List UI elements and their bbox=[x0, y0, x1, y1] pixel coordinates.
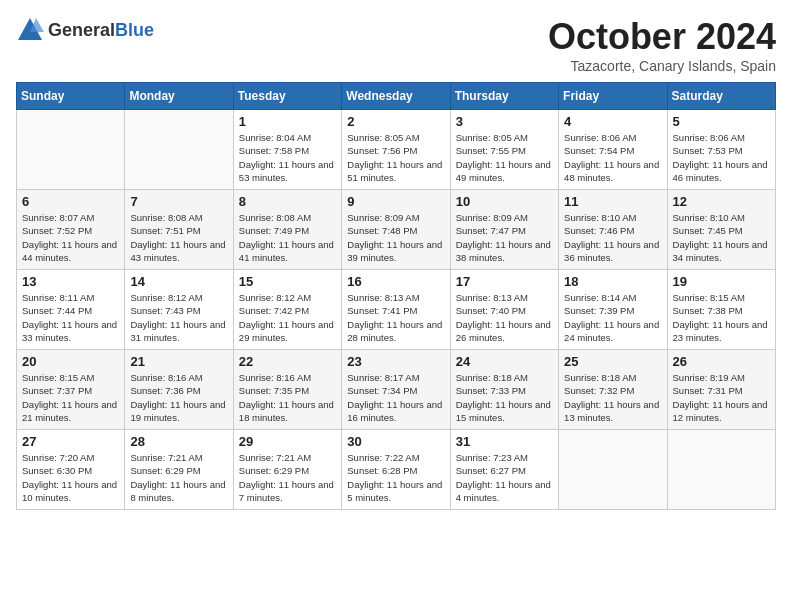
calendar-cell: 21Sunrise: 8:16 AM Sunset: 7:36 PM Dayli… bbox=[125, 350, 233, 430]
calendar-cell: 9Sunrise: 8:09 AM Sunset: 7:48 PM Daylig… bbox=[342, 190, 450, 270]
calendar-week-row: 13Sunrise: 8:11 AM Sunset: 7:44 PM Dayli… bbox=[17, 270, 776, 350]
calendar-week-row: 1Sunrise: 8:04 AM Sunset: 7:58 PM Daylig… bbox=[17, 110, 776, 190]
day-number: 3 bbox=[456, 114, 553, 129]
calendar-cell: 8Sunrise: 8:08 AM Sunset: 7:49 PM Daylig… bbox=[233, 190, 341, 270]
calendar-cell: 26Sunrise: 8:19 AM Sunset: 7:31 PM Dayli… bbox=[667, 350, 775, 430]
title-block: October 2024 Tazacorte, Canary Islands, … bbox=[548, 16, 776, 74]
calendar-cell: 20Sunrise: 8:15 AM Sunset: 7:37 PM Dayli… bbox=[17, 350, 125, 430]
day-of-week-header: Thursday bbox=[450, 83, 558, 110]
calendar-cell: 1Sunrise: 8:04 AM Sunset: 7:58 PM Daylig… bbox=[233, 110, 341, 190]
day-detail: Sunrise: 8:09 AM Sunset: 7:48 PM Dayligh… bbox=[347, 211, 444, 264]
day-detail: Sunrise: 8:12 AM Sunset: 7:43 PM Dayligh… bbox=[130, 291, 227, 344]
calendar-cell: 19Sunrise: 8:15 AM Sunset: 7:38 PM Dayli… bbox=[667, 270, 775, 350]
day-detail: Sunrise: 8:09 AM Sunset: 7:47 PM Dayligh… bbox=[456, 211, 553, 264]
day-number: 22 bbox=[239, 354, 336, 369]
calendar-cell: 17Sunrise: 8:13 AM Sunset: 7:40 PM Dayli… bbox=[450, 270, 558, 350]
day-number: 10 bbox=[456, 194, 553, 209]
day-number: 26 bbox=[673, 354, 770, 369]
day-number: 18 bbox=[564, 274, 661, 289]
calendar-cell: 28Sunrise: 7:21 AM Sunset: 6:29 PM Dayli… bbox=[125, 430, 233, 510]
day-detail: Sunrise: 8:14 AM Sunset: 7:39 PM Dayligh… bbox=[564, 291, 661, 344]
calendar-cell: 12Sunrise: 8:10 AM Sunset: 7:45 PM Dayli… bbox=[667, 190, 775, 270]
day-detail: Sunrise: 7:21 AM Sunset: 6:29 PM Dayligh… bbox=[239, 451, 336, 504]
day-number: 15 bbox=[239, 274, 336, 289]
header-row: SundayMondayTuesdayWednesdayThursdayFrid… bbox=[17, 83, 776, 110]
day-number: 23 bbox=[347, 354, 444, 369]
day-number: 5 bbox=[673, 114, 770, 129]
calendar-cell: 22Sunrise: 8:16 AM Sunset: 7:35 PM Dayli… bbox=[233, 350, 341, 430]
logo: GeneralBlue bbox=[16, 16, 154, 44]
day-detail: Sunrise: 8:15 AM Sunset: 7:37 PM Dayligh… bbox=[22, 371, 119, 424]
day-detail: Sunrise: 8:06 AM Sunset: 7:53 PM Dayligh… bbox=[673, 131, 770, 184]
calendar-cell: 11Sunrise: 8:10 AM Sunset: 7:46 PM Dayli… bbox=[559, 190, 667, 270]
day-detail: Sunrise: 8:15 AM Sunset: 7:38 PM Dayligh… bbox=[673, 291, 770, 344]
day-number: 16 bbox=[347, 274, 444, 289]
calendar-week-row: 27Sunrise: 7:20 AM Sunset: 6:30 PM Dayli… bbox=[17, 430, 776, 510]
day-number: 17 bbox=[456, 274, 553, 289]
calendar-cell: 16Sunrise: 8:13 AM Sunset: 7:41 PM Dayli… bbox=[342, 270, 450, 350]
calendar-cell: 13Sunrise: 8:11 AM Sunset: 7:44 PM Dayli… bbox=[17, 270, 125, 350]
calendar-cell bbox=[125, 110, 233, 190]
day-detail: Sunrise: 8:13 AM Sunset: 7:41 PM Dayligh… bbox=[347, 291, 444, 344]
day-number: 4 bbox=[564, 114, 661, 129]
day-number: 14 bbox=[130, 274, 227, 289]
day-number: 27 bbox=[22, 434, 119, 449]
day-detail: Sunrise: 8:05 AM Sunset: 7:56 PM Dayligh… bbox=[347, 131, 444, 184]
calendar-cell: 27Sunrise: 7:20 AM Sunset: 6:30 PM Dayli… bbox=[17, 430, 125, 510]
day-detail: Sunrise: 8:06 AM Sunset: 7:54 PM Dayligh… bbox=[564, 131, 661, 184]
day-number: 24 bbox=[456, 354, 553, 369]
day-detail: Sunrise: 8:07 AM Sunset: 7:52 PM Dayligh… bbox=[22, 211, 119, 264]
day-of-week-header: Tuesday bbox=[233, 83, 341, 110]
calendar-cell: 3Sunrise: 8:05 AM Sunset: 7:55 PM Daylig… bbox=[450, 110, 558, 190]
day-number: 11 bbox=[564, 194, 661, 209]
day-number: 6 bbox=[22, 194, 119, 209]
day-detail: Sunrise: 7:23 AM Sunset: 6:27 PM Dayligh… bbox=[456, 451, 553, 504]
calendar-cell bbox=[559, 430, 667, 510]
day-of-week-header: Monday bbox=[125, 83, 233, 110]
day-detail: Sunrise: 8:10 AM Sunset: 7:46 PM Dayligh… bbox=[564, 211, 661, 264]
calendar-week-row: 6Sunrise: 8:07 AM Sunset: 7:52 PM Daylig… bbox=[17, 190, 776, 270]
day-detail: Sunrise: 8:13 AM Sunset: 7:40 PM Dayligh… bbox=[456, 291, 553, 344]
calendar-table: SundayMondayTuesdayWednesdayThursdayFrid… bbox=[16, 82, 776, 510]
day-of-week-header: Saturday bbox=[667, 83, 775, 110]
day-number: 30 bbox=[347, 434, 444, 449]
calendar-cell: 15Sunrise: 8:12 AM Sunset: 7:42 PM Dayli… bbox=[233, 270, 341, 350]
day-number: 25 bbox=[564, 354, 661, 369]
day-detail: Sunrise: 8:05 AM Sunset: 7:55 PM Dayligh… bbox=[456, 131, 553, 184]
calendar-cell: 30Sunrise: 7:22 AM Sunset: 6:28 PM Dayli… bbox=[342, 430, 450, 510]
calendar-cell: 6Sunrise: 8:07 AM Sunset: 7:52 PM Daylig… bbox=[17, 190, 125, 270]
day-detail: Sunrise: 8:18 AM Sunset: 7:33 PM Dayligh… bbox=[456, 371, 553, 424]
day-detail: Sunrise: 8:08 AM Sunset: 7:51 PM Dayligh… bbox=[130, 211, 227, 264]
day-number: 12 bbox=[673, 194, 770, 209]
calendar-cell: 24Sunrise: 8:18 AM Sunset: 7:33 PM Dayli… bbox=[450, 350, 558, 430]
calendar-cell: 25Sunrise: 8:18 AM Sunset: 7:32 PM Dayli… bbox=[559, 350, 667, 430]
day-detail: Sunrise: 8:04 AM Sunset: 7:58 PM Dayligh… bbox=[239, 131, 336, 184]
calendar-cell: 31Sunrise: 7:23 AM Sunset: 6:27 PM Dayli… bbox=[450, 430, 558, 510]
day-number: 20 bbox=[22, 354, 119, 369]
location: Tazacorte, Canary Islands, Spain bbox=[548, 58, 776, 74]
calendar-cell bbox=[667, 430, 775, 510]
day-detail: Sunrise: 7:22 AM Sunset: 6:28 PM Dayligh… bbox=[347, 451, 444, 504]
calendar-cell: 10Sunrise: 8:09 AM Sunset: 7:47 PM Dayli… bbox=[450, 190, 558, 270]
day-detail: Sunrise: 8:10 AM Sunset: 7:45 PM Dayligh… bbox=[673, 211, 770, 264]
day-detail: Sunrise: 8:19 AM Sunset: 7:31 PM Dayligh… bbox=[673, 371, 770, 424]
calendar-cell bbox=[17, 110, 125, 190]
day-detail: Sunrise: 8:11 AM Sunset: 7:44 PM Dayligh… bbox=[22, 291, 119, 344]
day-number: 19 bbox=[673, 274, 770, 289]
calendar-cell: 29Sunrise: 7:21 AM Sunset: 6:29 PM Dayli… bbox=[233, 430, 341, 510]
month-title: October 2024 bbox=[548, 16, 776, 58]
day-number: 13 bbox=[22, 274, 119, 289]
calendar-cell: 4Sunrise: 8:06 AM Sunset: 7:54 PM Daylig… bbox=[559, 110, 667, 190]
day-detail: Sunrise: 8:17 AM Sunset: 7:34 PM Dayligh… bbox=[347, 371, 444, 424]
calendar-cell: 5Sunrise: 8:06 AM Sunset: 7:53 PM Daylig… bbox=[667, 110, 775, 190]
day-detail: Sunrise: 8:16 AM Sunset: 7:35 PM Dayligh… bbox=[239, 371, 336, 424]
day-number: 7 bbox=[130, 194, 227, 209]
day-of-week-header: Wednesday bbox=[342, 83, 450, 110]
logo-general: General bbox=[48, 20, 115, 40]
logo-blue: Blue bbox=[115, 20, 154, 40]
day-detail: Sunrise: 8:16 AM Sunset: 7:36 PM Dayligh… bbox=[130, 371, 227, 424]
logo-icon bbox=[16, 16, 44, 44]
day-number: 1 bbox=[239, 114, 336, 129]
day-detail: Sunrise: 8:08 AM Sunset: 7:49 PM Dayligh… bbox=[239, 211, 336, 264]
page-header: GeneralBlue October 2024 Tazacorte, Cana… bbox=[16, 16, 776, 74]
